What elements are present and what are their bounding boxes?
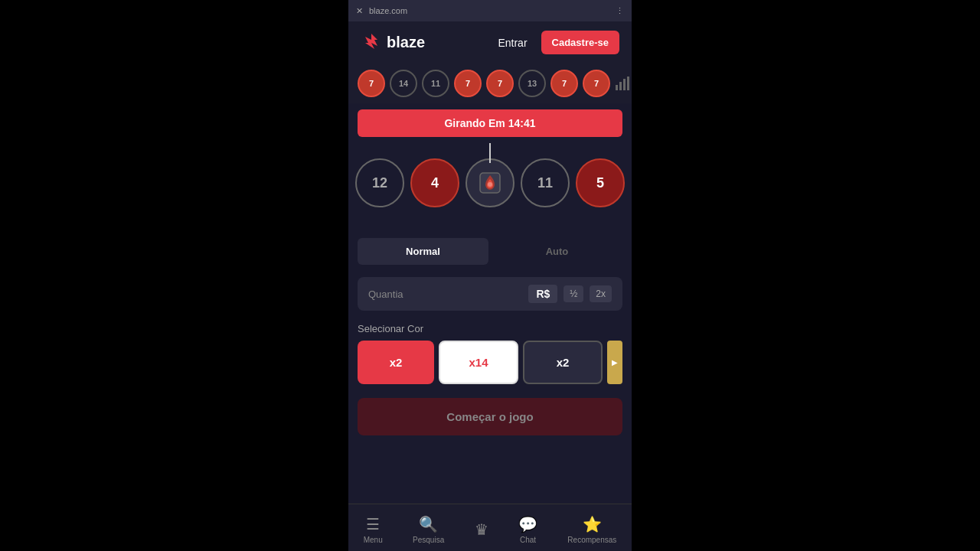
nav-menu[interactable]: ☰ Menu (364, 515, 383, 544)
color-extra-button[interactable]: ▶ (607, 341, 622, 384)
color-white-button[interactable]: x14 (439, 341, 518, 384)
nav-crown[interactable]: ♛ (475, 520, 488, 539)
color-section: Selecionar Cor x2 x14 x2 ▶ (358, 323, 622, 384)
mode-tabs: Normal Auto (358, 238, 622, 265)
browser-url: blaze.com (369, 6, 407, 15)
color-selection-label: Selecionar Cor (358, 323, 622, 334)
svg-rect-1 (616, 85, 618, 90)
history-ball-2: 11 (422, 70, 449, 97)
double-button[interactable]: 2x (590, 285, 612, 302)
nav-menu-label: Menu (364, 536, 383, 544)
quantity-right: R$ ½ 2x (528, 285, 612, 303)
nav-pesquisa-label: Pesquisa (413, 536, 444, 544)
roulette-slot-1: 4 (410, 158, 459, 207)
start-game-button[interactable]: Começar o jogo (358, 398, 622, 435)
svg-rect-4 (627, 77, 629, 90)
history-bar: 7 14 11 7 7 13 7 7 (348, 64, 632, 103)
history-ball-1: 14 (390, 70, 417, 97)
entrar-button[interactable]: Entrar (490, 32, 534, 54)
roulette-area: 12 4 11 5 (348, 143, 632, 232)
tab-normal[interactable]: Normal (358, 238, 488, 265)
logo-text: blaze (387, 34, 425, 51)
history-ball-4: 7 (486, 70, 514, 97)
roulette-slot-fire (466, 158, 514, 207)
quantity-row: Quantia R$ ½ 2x (358, 277, 622, 311)
nav-recompensas-label: Recompensas (567, 536, 616, 544)
half-button[interactable]: ½ (564, 285, 583, 302)
quantity-label: Quantia (368, 289, 403, 300)
roulette-slot-3: 11 (521, 158, 570, 207)
roulette-slot-4: 5 (576, 158, 625, 207)
browser-bar: ✕ blaze.com ⋮ (348, 0, 632, 21)
history-ball-6: 7 (550, 70, 578, 97)
nav-recompensas[interactable]: ⭐ Recompensas (567, 515, 616, 544)
svg-marker-0 (365, 34, 377, 49)
nav-chat-label: Chat (520, 536, 536, 544)
chat-icon: 💬 (518, 515, 537, 533)
roulette-pointer (489, 143, 491, 158)
color-red-button[interactable]: x2 (358, 341, 434, 384)
svg-point-6 (488, 182, 492, 187)
nav-chat[interactable]: 💬 Chat (518, 515, 537, 544)
crown-icon: ♛ (475, 520, 488, 539)
logo: blaze (361, 32, 425, 54)
svg-rect-3 (623, 79, 626, 90)
star-icon: ⭐ (583, 515, 602, 533)
blaze-logo-icon (361, 32, 382, 54)
search-icon: 🔍 (419, 515, 438, 533)
nav-pesquisa[interactable]: 🔍 Pesquisa (413, 515, 444, 544)
status-bar: Girando Em 14:41 (358, 109, 622, 137)
bottom-nav: ☰ Menu 🔍 Pesquisa ♛ 💬 Chat ⭐ Recompensas (348, 504, 632, 551)
menu-icon: ☰ (366, 515, 380, 533)
cadastro-button[interactable]: Cadastre-se (541, 31, 619, 54)
header-buttons: Entrar Cadastre-se (490, 31, 619, 54)
history-ball-5: 13 (518, 70, 546, 97)
chart-icon[interactable] (615, 70, 630, 97)
quantity-currency: R$ (528, 285, 557, 303)
color-buttons: x2 x14 x2 ▶ (358, 341, 622, 384)
history-ball-7: 7 (583, 70, 610, 97)
svg-rect-2 (619, 82, 622, 90)
header: blaze Entrar Cadastre-se (348, 21, 632, 64)
color-black-button[interactable]: x2 (523, 341, 603, 384)
history-ball-0: 7 (358, 70, 385, 97)
history-ball-3: 7 (454, 70, 482, 97)
tab-auto[interactable]: Auto (492, 238, 622, 265)
roulette-slot-0: 12 (355, 158, 404, 207)
